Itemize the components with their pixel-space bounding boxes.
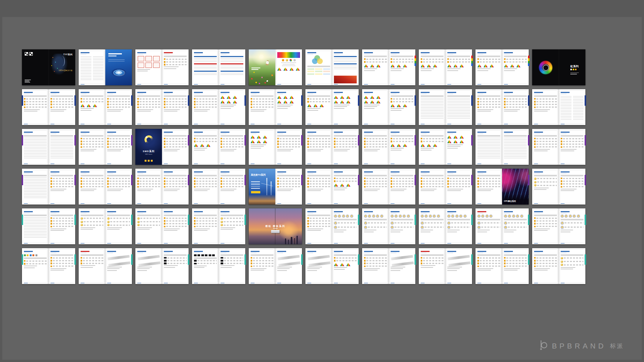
page-number-mark [504, 124, 508, 125]
text-line [164, 190, 177, 191]
page-left [419, 49, 445, 85]
section-color-tab [22, 95, 23, 106]
table-header-bar [277, 135, 300, 137]
page-header-rule [477, 130, 500, 130]
table-row [364, 260, 387, 262]
text-line [93, 78, 104, 79]
product-swatch-icon [477, 61, 479, 63]
spread-r5c4 [192, 208, 245, 244]
text-line [447, 68, 461, 69]
text-line [24, 196, 47, 197]
product-swatch-icon [447, 180, 449, 182]
spread-r3c7 [362, 129, 415, 165]
table-row [391, 58, 413, 60]
product-swatch-icon [421, 262, 423, 264]
text-line [81, 80, 91, 80]
table-cells [536, 146, 557, 147]
text-line [573, 108, 584, 109]
decor [145, 160, 147, 162]
text-line [534, 228, 550, 229]
text-line [334, 60, 357, 61]
section-color-tab [528, 95, 529, 106]
text-line [421, 112, 443, 113]
text-line [504, 147, 527, 148]
page-title-bar [137, 251, 146, 252]
table-row [81, 217, 103, 220]
page-left [362, 248, 389, 284]
page-left [475, 89, 502, 125]
table-cells [140, 221, 160, 222]
section-color-tab [358, 254, 359, 265]
table-cells [197, 260, 217, 261]
spectrum-curve-chart [334, 263, 338, 266]
table-header-bar [221, 175, 243, 176]
text-line [51, 230, 64, 231]
spectrum-curve-chart [290, 100, 294, 103]
table-row [534, 266, 557, 267]
product-swatch-icon [277, 143, 279, 145]
page-subtitle-bar [24, 213, 30, 214]
component-photo [221, 257, 223, 259]
table-row [334, 257, 357, 259]
table-cells [480, 59, 500, 60]
cob-led-icon [334, 226, 337, 229]
text-line [570, 74, 577, 74]
table-row [421, 138, 443, 140]
product-swatch-icon [221, 143, 223, 145]
text-line [504, 68, 518, 69]
table-row [24, 98, 47, 100]
product-swatch-icon [534, 220, 536, 222]
product-swatch-icon [194, 101, 196, 103]
text-column [561, 95, 572, 120]
cob-led-icon [451, 215, 454, 218]
page-subtitle-bar [307, 253, 313, 254]
page-number-mark [137, 84, 141, 85]
spectrum-curve-chart [334, 184, 338, 187]
table-cells [26, 261, 47, 262]
page-number-mark [251, 283, 255, 284]
text-line [573, 99, 584, 100]
page-left [79, 49, 105, 85]
text-line [221, 58, 243, 59]
feature-icon [293, 59, 296, 61]
text-line [277, 190, 291, 191]
text-line [573, 113, 584, 114]
cob-led-icon [421, 226, 424, 229]
page-left [135, 169, 162, 205]
page-subtitle-bar [534, 94, 540, 95]
table-row [391, 183, 413, 185]
table-header-bar [107, 215, 130, 216]
table-row [504, 58, 527, 60]
page-right [559, 169, 585, 205]
page-subtitle-bar [307, 173, 313, 174]
text-line [107, 109, 123, 110]
product-swatch-icon [391, 138, 393, 140]
spectrum-curve-chart [391, 144, 395, 147]
spread-r5c8 [419, 208, 472, 244]
cob-led-icon [364, 215, 367, 218]
medal-icon [137, 217, 140, 220]
text-line [421, 104, 443, 105]
table-row [534, 260, 557, 262]
table-cells [536, 266, 557, 267]
table-row [477, 101, 500, 103]
product-swatch-icon [334, 260, 336, 262]
table-cells [167, 260, 187, 261]
text-line [534, 188, 549, 188]
page-subtitle-bar [81, 134, 86, 134]
table-cells [26, 107, 47, 108]
spread-r3c3: SMD系列SMD Series [135, 129, 189, 165]
table-row [364, 257, 387, 259]
spectrum-curve-chart [233, 96, 237, 99]
table-header-bar [391, 56, 413, 57]
page-title-bar [251, 132, 260, 133]
text-line [504, 150, 527, 151]
text-line [81, 227, 95, 228]
text-line [421, 150, 432, 151]
text-line [164, 189, 180, 189]
certificate-badge [138, 63, 144, 68]
table-cells [423, 59, 443, 60]
page-subtitle-bar [107, 94, 113, 95]
page-header-rule [81, 210, 103, 210]
text-line [561, 101, 572, 101]
